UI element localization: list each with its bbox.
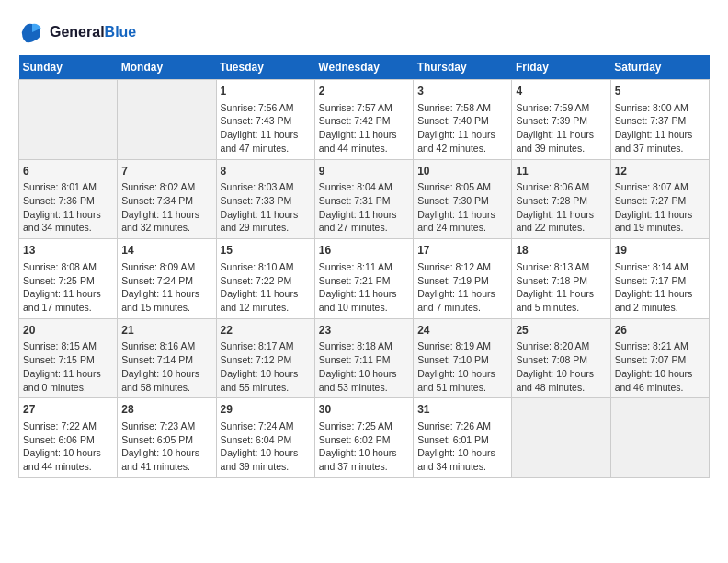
- day-number: 5: [615, 84, 705, 99]
- day-info: Sunset: 6:05 PM: [121, 433, 211, 447]
- day-number: 15: [221, 243, 311, 259]
- calendar-cell: 4Sunrise: 7:59 AMSunset: 7:39 PMDaylight…: [512, 80, 610, 160]
- day-info: Sunrise: 8:09 AM: [121, 260, 211, 274]
- calendar-cell: [610, 398, 709, 478]
- calendar-cell: 26Sunrise: 8:21 AMSunset: 7:07 PMDayligh…: [610, 318, 709, 398]
- day-number: 31: [417, 402, 507, 418]
- day-number: 26: [615, 323, 705, 339]
- day-info: Daylight: 11 hours and 5 minutes.: [516, 287, 606, 314]
- day-number: 18: [516, 243, 606, 259]
- logo-icon: [18, 18, 46, 46]
- calendar-cell: 16Sunrise: 8:11 AMSunset: 7:21 PMDayligh…: [314, 239, 413, 319]
- day-number: 1: [221, 84, 311, 99]
- day-info: Sunrise: 8:18 AM: [319, 339, 409, 353]
- day-info: Sunset: 7:21 PM: [319, 274, 409, 288]
- week-row-2: 6Sunrise: 8:01 AMSunset: 7:36 PMDaylight…: [19, 159, 710, 239]
- week-row-5: 27Sunrise: 7:22 AMSunset: 6:06 PMDayligh…: [19, 398, 710, 478]
- calendar-cell: 23Sunrise: 8:18 AMSunset: 7:11 PMDayligh…: [314, 318, 413, 398]
- day-info: Sunset: 6:06 PM: [23, 433, 113, 447]
- day-info: Sunset: 7:12 PM: [221, 353, 311, 367]
- day-info: Daylight: 10 hours and 58 minutes.: [121, 367, 211, 394]
- calendar-cell: 29Sunrise: 7:24 AMSunset: 6:04 PMDayligh…: [216, 398, 314, 478]
- calendar-cell: 31Sunrise: 7:26 AMSunset: 6:01 PMDayligh…: [414, 398, 512, 478]
- calendar-cell: 3Sunrise: 7:58 AMSunset: 7:40 PMDaylight…: [414, 80, 512, 160]
- calendar-cell: 17Sunrise: 8:12 AMSunset: 7:19 PMDayligh…: [414, 239, 512, 319]
- calendar-cell: [118, 80, 216, 160]
- day-info: Sunrise: 7:56 AM: [221, 101, 311, 115]
- day-number: 25: [516, 323, 606, 339]
- day-info: Sunset: 7:40 PM: [417, 114, 507, 128]
- day-number: 17: [417, 243, 507, 259]
- day-info: Sunset: 7:31 PM: [319, 194, 409, 208]
- day-info: Sunset: 7:34 PM: [121, 194, 211, 208]
- day-info: Sunrise: 8:17 AM: [221, 339, 311, 353]
- day-info: Daylight: 10 hours and 39 minutes.: [221, 446, 311, 473]
- day-info: Sunset: 7:08 PM: [516, 353, 606, 367]
- day-info: Sunrise: 7:59 AM: [516, 101, 606, 115]
- day-info: Daylight: 11 hours and 10 minutes.: [319, 287, 409, 314]
- day-info: Sunset: 7:19 PM: [417, 274, 507, 288]
- day-number: 12: [615, 164, 705, 179]
- calendar-cell: [512, 398, 610, 478]
- day-info: Sunrise: 8:13 AM: [516, 260, 606, 274]
- day-info: Sunset: 7:17 PM: [615, 274, 705, 288]
- day-number: 8: [221, 164, 311, 179]
- day-number: 6: [23, 164, 113, 179]
- week-row-1: 1Sunrise: 7:56 AMSunset: 7:43 PMDaylight…: [19, 80, 710, 160]
- day-info: Sunset: 7:07 PM: [615, 353, 705, 367]
- day-number: 20: [23, 323, 113, 339]
- calendar-cell: 6Sunrise: 8:01 AMSunset: 7:36 PMDaylight…: [19, 159, 118, 239]
- day-info: Daylight: 10 hours and 46 minutes.: [615, 367, 705, 394]
- day-info: Sunset: 6:04 PM: [221, 433, 311, 447]
- day-info: Sunrise: 7:58 AM: [417, 101, 507, 115]
- day-info: Daylight: 10 hours and 44 minutes.: [23, 446, 113, 473]
- day-info: Daylight: 11 hours and 19 minutes.: [615, 208, 705, 235]
- header-thursday: Thursday: [414, 55, 512, 80]
- day-info: Sunrise: 7:23 AM: [121, 419, 211, 433]
- day-info: Sunset: 7:43 PM: [221, 114, 311, 128]
- day-info: Daylight: 11 hours and 29 minutes.: [221, 208, 311, 235]
- header-monday: Monday: [118, 55, 216, 80]
- calendar-cell: 14Sunrise: 8:09 AMSunset: 7:24 PMDayligh…: [118, 239, 216, 319]
- day-info: Sunrise: 8:00 AM: [615, 101, 705, 115]
- day-info: Sunrise: 8:02 AM: [121, 180, 211, 194]
- day-info: Daylight: 11 hours and 17 minutes.: [23, 287, 113, 314]
- day-info: Sunset: 7:10 PM: [417, 353, 507, 367]
- calendar-header-row: SundayMondayTuesdayWednesdayThursdayFrid…: [19, 55, 710, 80]
- calendar-table: SundayMondayTuesdayWednesdayThursdayFrid…: [18, 55, 710, 478]
- day-info: Sunrise: 7:22 AM: [23, 419, 113, 433]
- day-info: Daylight: 11 hours and 39 minutes.: [516, 128, 606, 155]
- header-sunday: Sunday: [19, 55, 118, 80]
- calendar-cell: 9Sunrise: 8:04 AMSunset: 7:31 PMDaylight…: [314, 159, 413, 239]
- day-info: Sunrise: 8:16 AM: [121, 339, 211, 353]
- day-info: Daylight: 11 hours and 15 minutes.: [121, 287, 211, 314]
- day-info: Sunrise: 8:10 AM: [221, 260, 311, 274]
- calendar-cell: 30Sunrise: 7:25 AMSunset: 6:02 PMDayligh…: [314, 398, 413, 478]
- calendar-cell: 13Sunrise: 8:08 AMSunset: 7:25 PMDayligh…: [19, 239, 118, 319]
- day-info: Sunrise: 8:19 AM: [417, 339, 507, 353]
- day-number: 21: [121, 323, 211, 339]
- day-info: Sunset: 6:01 PM: [417, 433, 507, 447]
- day-number: 2: [319, 84, 409, 99]
- day-info: Daylight: 10 hours and 51 minutes.: [417, 367, 507, 394]
- day-info: Sunrise: 8:20 AM: [516, 339, 606, 353]
- day-info: Sunrise: 8:11 AM: [319, 260, 409, 274]
- logo-text: GeneralBlue: [50, 24, 136, 40]
- day-number: 29: [221, 402, 311, 418]
- day-info: Sunrise: 8:05 AM: [417, 180, 507, 194]
- day-info: Sunrise: 8:06 AM: [516, 180, 606, 194]
- calendar-cell: 21Sunrise: 8:16 AMSunset: 7:14 PMDayligh…: [118, 318, 216, 398]
- day-info: Sunset: 7:39 PM: [516, 114, 606, 128]
- day-info: Sunrise: 8:08 AM: [23, 260, 113, 274]
- day-info: Daylight: 11 hours and 7 minutes.: [417, 287, 507, 314]
- day-info: Daylight: 11 hours and 12 minutes.: [221, 287, 311, 314]
- day-info: Sunrise: 7:26 AM: [417, 419, 507, 433]
- day-info: Sunrise: 8:15 AM: [23, 339, 113, 353]
- day-number: 28: [121, 402, 211, 418]
- calendar-cell: 8Sunrise: 8:03 AMSunset: 7:33 PMDaylight…: [216, 159, 314, 239]
- day-number: 13: [23, 243, 113, 259]
- day-info: Sunrise: 8:07 AM: [615, 180, 705, 194]
- day-info: Sunrise: 7:25 AM: [319, 419, 409, 433]
- day-info: Daylight: 11 hours and 22 minutes.: [516, 208, 606, 235]
- calendar-cell: [19, 80, 118, 160]
